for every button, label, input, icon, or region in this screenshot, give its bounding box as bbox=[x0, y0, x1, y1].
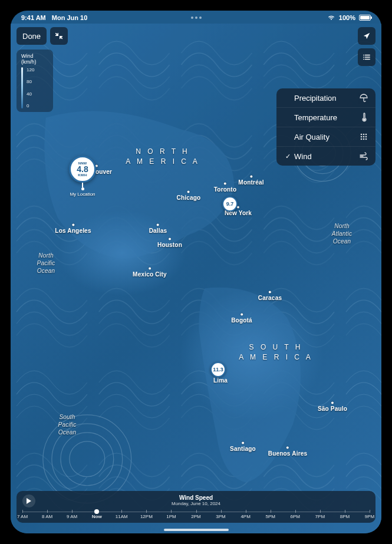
svg-point-11 bbox=[365, 134, 367, 136]
timeline-label: 9 AM bbox=[67, 514, 77, 519]
timeline-label: 8 AM bbox=[42, 514, 52, 519]
legend-gradient bbox=[21, 67, 23, 108]
layers-list-button[interactable] bbox=[358, 48, 375, 66]
svg-point-12 bbox=[361, 136, 363, 138]
svg-point-17 bbox=[365, 139, 367, 140]
device-frame: 9:41 AM Mon Jun 10 100% bbox=[0, 0, 392, 544]
ocean-label: NorthPacificOcean bbox=[37, 252, 55, 275]
status-time: 9:41 AM bbox=[21, 14, 46, 21]
timeline-knob[interactable] bbox=[94, 509, 99, 514]
my-location-badge[interactable]: NNW4.8KM/HMy Location bbox=[69, 156, 96, 197]
city-label: Santiago bbox=[230, 442, 256, 452]
timeline-label: 2PM bbox=[191, 514, 200, 519]
timeline-label: 7PM bbox=[315, 514, 325, 519]
legend-tick: 80 bbox=[27, 79, 34, 84]
checkmark-icon: ✓ bbox=[284, 153, 292, 160]
collapse-button[interactable] bbox=[50, 27, 68, 45]
wifi-icon bbox=[327, 15, 335, 21]
city-label: Buenos Aires bbox=[268, 447, 308, 457]
legend-tick: 0 bbox=[27, 103, 34, 108]
dots-icon bbox=[359, 132, 368, 141]
timeline-label: 9PM bbox=[365, 514, 374, 519]
wind-spot-badge[interactable]: 11.3 bbox=[210, 362, 226, 377]
umbrella-icon bbox=[359, 93, 368, 103]
layer-label: Air Quality bbox=[294, 133, 359, 141]
wind-spot-badge[interactable]: 9.7 bbox=[222, 196, 238, 212]
wind-icon bbox=[359, 151, 368, 161]
svg-point-16 bbox=[363, 139, 365, 140]
wind-legend: Wind (km/h) 12080400 bbox=[17, 50, 53, 112]
my-location-caption: My Location bbox=[70, 192, 95, 197]
layer-item-temperature[interactable]: Temperature bbox=[276, 107, 375, 127]
timeline-label: 4PM bbox=[241, 514, 250, 519]
battery-icon bbox=[359, 15, 371, 21]
timeline-subtitle: Monday, June 10, 2024 bbox=[41, 501, 351, 506]
city-label: São Paulo bbox=[318, 402, 347, 412]
timeline-label: 3PM bbox=[216, 514, 225, 519]
city-label: Mexico City bbox=[133, 268, 167, 278]
layer-item-wind[interactable]: ✓Wind bbox=[276, 146, 375, 166]
region-label: N O R T HA M E R I C A bbox=[126, 147, 199, 167]
play-icon bbox=[27, 498, 31, 504]
legend-tick: 120 bbox=[27, 67, 34, 72]
timeline-label: 11AM bbox=[116, 514, 128, 519]
locate-button[interactable] bbox=[358, 27, 375, 45]
done-button[interactable]: Done bbox=[17, 27, 47, 45]
list-icon bbox=[363, 53, 371, 61]
svg-point-8 bbox=[364, 119, 365, 121]
home-indicator[interactable] bbox=[164, 529, 229, 531]
status-date: Mon Jun 10 bbox=[52, 14, 88, 21]
legend-tick: 40 bbox=[27, 91, 34, 97]
timeline-track[interactable]: 7 AM8 AM9 AMNow11AM12PM1PM2PM3PM4PM5PM6P… bbox=[22, 510, 370, 520]
city-label: Dallas bbox=[149, 224, 167, 234]
layer-item-precipitation[interactable]: Precipitation bbox=[276, 88, 375, 107]
battery-percent: 100% bbox=[339, 14, 355, 21]
city-label: Houston bbox=[157, 238, 182, 248]
legend-title: Wind (km/h) bbox=[21, 53, 48, 65]
multitask-dots[interactable] bbox=[191, 17, 202, 19]
location-arrow-icon bbox=[363, 32, 371, 40]
timeline-label: 1PM bbox=[166, 514, 176, 519]
timeline-label: 5PM bbox=[265, 514, 275, 519]
city-label: Caracas bbox=[258, 291, 282, 301]
svg-point-15 bbox=[361, 139, 363, 140]
city-label: Montréal bbox=[238, 176, 263, 186]
region-label: S O U T HA M E R I C A bbox=[239, 342, 312, 362]
layer-picker: PrecipitationTemperatureAir Quality✓Wind bbox=[276, 88, 375, 166]
svg-point-13 bbox=[363, 136, 365, 138]
timeline-label: Now bbox=[92, 514, 102, 519]
timeline-title: Wind Speed bbox=[41, 494, 351, 501]
layer-label: Temperature bbox=[294, 113, 359, 122]
city-label: Los Angeles bbox=[55, 224, 91, 234]
city-label: Toronto bbox=[214, 183, 236, 193]
wind-reading: NNW4.8KM/H bbox=[69, 156, 96, 183]
city-label: Chicago bbox=[177, 191, 201, 201]
layer-label: Wind bbox=[294, 152, 359, 161]
status-bar: 9:41 AM Mon Jun 10 100% bbox=[11, 11, 381, 24]
svg-point-14 bbox=[365, 136, 367, 138]
ocean-label: SouthPacificOcean bbox=[58, 413, 77, 436]
timeline-panel: Wind Speed Monday, June 10, 2024 7 AM8 A… bbox=[17, 491, 375, 523]
timeline-label: 12PM bbox=[140, 514, 153, 519]
arrows-in-icon bbox=[55, 32, 63, 40]
timeline-label: 6PM bbox=[291, 514, 300, 519]
ocean-label: NorthAtlanticOcean bbox=[332, 222, 352, 245]
layer-label: Precipitation bbox=[294, 94, 359, 103]
svg-point-9 bbox=[361, 134, 363, 136]
thermometer-icon bbox=[359, 113, 368, 122]
city-label: Bogotá bbox=[231, 314, 252, 324]
play-button[interactable] bbox=[22, 494, 35, 507]
svg-point-10 bbox=[363, 134, 365, 136]
timeline-label: 8PM bbox=[340, 514, 350, 519]
layer-item-air-quality[interactable]: Air Quality bbox=[276, 127, 375, 146]
screen: 9:41 AM Mon Jun 10 100% bbox=[11, 11, 381, 533]
wind-unit: KM/H bbox=[78, 173, 87, 177]
timeline-label: 7 AM bbox=[17, 514, 28, 519]
wind-speed: 4.8 bbox=[77, 165, 88, 173]
